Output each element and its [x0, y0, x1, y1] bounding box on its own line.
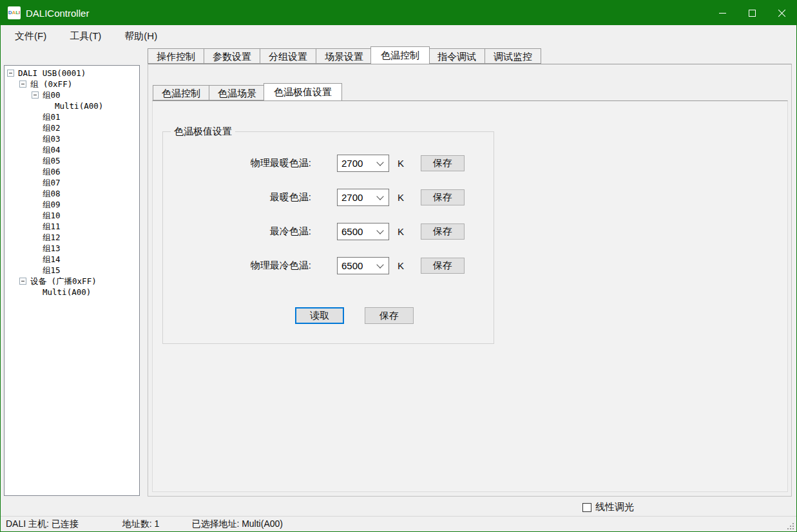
- field-label: 物理最暖色温:: [163, 157, 311, 169]
- tree-node-label: DALI USB(0001): [18, 68, 88, 79]
- window-title: DALIController: [26, 8, 89, 19]
- chevron-down-icon: [376, 193, 383, 200]
- window-controls: [707, 1, 796, 25]
- tree-node[interactable]: 组05: [5, 155, 139, 166]
- expand-collapse-icon[interactable]: [7, 70, 14, 77]
- tree-node[interactable]: 组14: [5, 254, 139, 265]
- cct-limit-rows: 物理最暖色温: 2700 K 保存 最暖色温: 2700 K 保存: [163, 155, 494, 274]
- cct-value-dropdown[interactable]: 6500: [337, 257, 389, 274]
- chevron-down-icon: [376, 227, 383, 234]
- main-tab[interactable]: 场景设置: [316, 48, 372, 64]
- device-tree[interactable]: DALI USB(0001) 组 (0xFF) 组00 Multi(A00) 组…: [4, 65, 140, 496]
- tree-node-label: 组01: [43, 111, 63, 122]
- maximize-button[interactable]: [737, 1, 767, 25]
- sub-tab[interactable]: 色温控制: [153, 85, 209, 100]
- resize-grip[interactable]: [792, 528, 794, 529]
- tree-node[interactable]: Multi(A00): [5, 100, 139, 111]
- main-tab[interactable]: 操作控制: [148, 48, 204, 64]
- tree-node-label: 组08: [43, 188, 63, 199]
- tree-node[interactable]: 组09: [5, 199, 139, 210]
- cct-value-dropdown[interactable]: 2700: [337, 189, 389, 206]
- tree-node-label: 设备 (广播0xFF): [30, 276, 99, 287]
- expand-collapse-icon[interactable]: [19, 81, 26, 88]
- app-icon: DALI: [8, 6, 21, 19]
- cct-limit-row: 物理最暖色温: 2700 K 保存: [163, 155, 494, 172]
- tree-node[interactable]: 组00: [5, 90, 139, 100]
- tree-node-label: 组13: [43, 243, 63, 254]
- tree-node[interactable]: 组 (0xFF): [5, 79, 139, 90]
- cct-limit-row: 物理最冷色温: 6500 K 保存: [163, 257, 494, 274]
- tree-node-label: 组04: [43, 144, 63, 155]
- status-address-count: 地址数: 1: [122, 518, 160, 530]
- menu-item[interactable]: 文件(F): [6, 26, 55, 46]
- linear-dimming-checkbox[interactable]: [582, 503, 591, 512]
- row-save-button[interactable]: 保存: [421, 258, 465, 274]
- tree-node[interactable]: 组07: [5, 177, 139, 188]
- chevron-down-icon: [376, 261, 383, 268]
- close-icon: [778, 9, 786, 17]
- linear-dimming-toggle[interactable]: 线性调光: [582, 501, 634, 513]
- sub-tab[interactable]: 色温极值设置: [264, 83, 342, 100]
- row-save-button[interactable]: 保存: [421, 189, 465, 205]
- tree-node[interactable]: 组11: [5, 221, 139, 232]
- tree-node[interactable]: 组08: [5, 188, 139, 199]
- tree-node[interactable]: 组12: [5, 232, 139, 243]
- read-button[interactable]: 读取: [295, 307, 344, 324]
- tree-node[interactable]: 设备 (广播0xFF): [5, 276, 139, 287]
- tree-node-label: 组12: [43, 232, 63, 243]
- tree-node-label: 组00: [43, 90, 63, 100]
- sub-tab-strip: 色温控制色温场景色温极值设置: [153, 83, 341, 100]
- save-button[interactable]: 保存: [365, 307, 414, 324]
- cct-value-dropdown[interactable]: 6500: [337, 223, 389, 240]
- main-tab[interactable]: 分组设置: [260, 48, 316, 64]
- tree-node-label: 组03: [43, 133, 63, 144]
- maximize-icon: [749, 10, 756, 17]
- cct-value: 2700: [338, 158, 378, 169]
- unit-label: K: [398, 260, 404, 271]
- main-tab[interactable]: 指令调试: [428, 48, 485, 64]
- main-tab[interactable]: 色温控制: [370, 46, 430, 64]
- tree-node[interactable]: 组15: [5, 265, 139, 276]
- field-label: 最暖色温:: [163, 191, 311, 204]
- chevron-down-icon: [376, 158, 383, 166]
- tree-node[interactable]: 组10: [5, 210, 139, 221]
- menubar: 文件(F)工具(T)帮助(H): [1, 25, 796, 47]
- expand-collapse-icon[interactable]: [32, 91, 39, 99]
- menu-item[interactable]: 工具(T): [61, 26, 110, 46]
- main-tab[interactable]: 参数设置: [204, 48, 260, 64]
- unit-label: K: [398, 226, 404, 237]
- tree-node[interactable]: 组01: [5, 111, 139, 122]
- main-tab-strip: 操作控制参数设置分组设置场景设置色温控制指令调试调试监控: [148, 46, 541, 64]
- statusbar: DALI 主机: 已连接 地址数: 1 已选择地址: Multi(A00): [1, 516, 796, 532]
- tree-node-label: 组06: [43, 166, 63, 177]
- cct-limits-groupbox: 色温极值设置 物理最暖色温: 2700 K 保存 最暖色温: 2700: [162, 131, 494, 344]
- row-save-button[interactable]: 保存: [421, 155, 465, 171]
- minimize-button[interactable]: [707, 1, 737, 25]
- tree-node[interactable]: 组04: [5, 144, 139, 155]
- tree-node-label: 组 (0xFF): [30, 79, 75, 90]
- row-save-button[interactable]: 保存: [421, 223, 465, 240]
- tree-node-label: 组07: [43, 177, 63, 188]
- cct-value: 2700: [338, 192, 378, 203]
- tree-node[interactable]: 组03: [5, 133, 139, 144]
- tree-node[interactable]: Multi(A00): [5, 287, 139, 298]
- cct-value: 6500: [338, 260, 378, 271]
- main-tab[interactable]: 调试监控: [485, 48, 541, 64]
- tree-node[interactable]: 组06: [5, 166, 139, 177]
- status-host: DALI 主机: 已连接: [6, 518, 79, 530]
- tree-node-label: 组10: [43, 210, 63, 221]
- close-button[interactable]: [767, 1, 796, 25]
- tree-node[interactable]: DALI USB(0001): [5, 68, 139, 79]
- tree-node[interactable]: 组02: [5, 122, 139, 133]
- tree-node-label: Multi(A00): [43, 287, 93, 298]
- cct-value-dropdown[interactable]: 2700: [337, 155, 389, 172]
- sub-tab[interactable]: 色温场景: [209, 85, 265, 100]
- menu-item[interactable]: 帮助(H): [115, 26, 166, 46]
- groupbox-title: 色温极值设置: [171, 126, 235, 138]
- tree-node-label: Multi(A00): [55, 100, 106, 111]
- tree-node[interactable]: 组13: [5, 243, 139, 254]
- expand-collapse-icon[interactable]: [19, 278, 26, 285]
- linear-dimming-label: 线性调光: [595, 501, 634, 513]
- cct-limit-row: 最冷色温: 6500 K 保存: [163, 223, 494, 240]
- cct-limit-row: 最暖色温: 2700 K 保存: [163, 189, 494, 206]
